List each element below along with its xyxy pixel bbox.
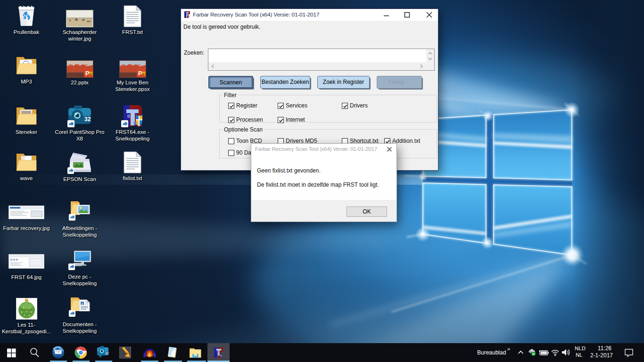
svg-text:A: A [81,302,83,305]
svg-text:3: 3 [142,72,145,76]
svg-text:32: 32 [84,116,91,123]
svg-text:P: P [138,70,142,77]
svg-text:32: 32 [105,352,109,355]
svg-text:3: 3 [90,72,92,76]
svg-text:P: P [85,70,90,77]
